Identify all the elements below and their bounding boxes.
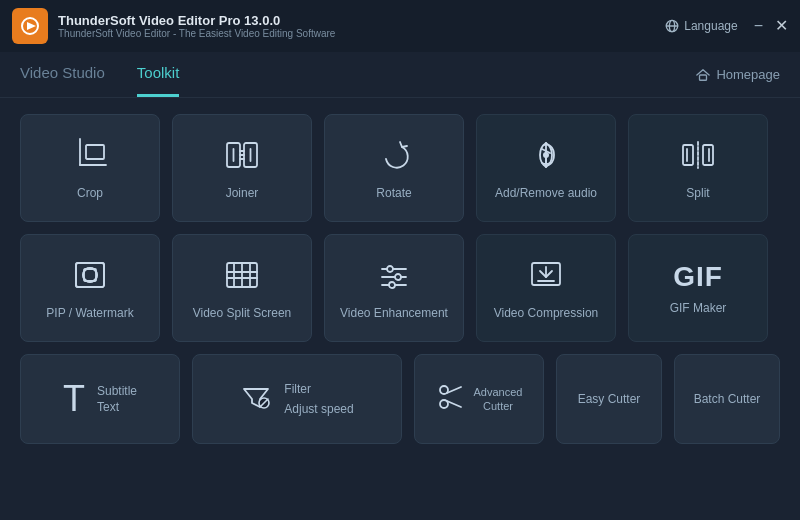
svg-rect-25 <box>76 263 104 287</box>
app-logo <box>12 8 48 44</box>
split-label: Split <box>686 186 709 200</box>
app-subtitle: ThunderSoft Video Editor - The Easiest V… <box>58 28 335 39</box>
rotate-label: Rotate <box>376 186 411 200</box>
tool-video-enhancement[interactable]: Video Enhancement <box>324 234 464 342</box>
split-icon <box>680 137 716 178</box>
add-remove-audio-label: Add/Remove audio <box>495 186 597 200</box>
main-content: Crop Joiner <box>0 98 800 460</box>
minimize-button[interactable]: − <box>754 18 763 34</box>
homepage-button[interactable]: Homepage <box>696 67 780 82</box>
svg-line-49 <box>447 387 461 393</box>
tool-filter-adjust[interactable]: Filter Adjust speed <box>192 354 402 444</box>
app-title: ThunderSoft Video Editor Pro 13.0.0 <box>58 13 335 28</box>
title-bar-right: Language − ✕ <box>665 18 788 34</box>
svg-rect-5 <box>700 75 707 80</box>
tool-gif-maker[interactable]: GIF GIF Maker <box>628 234 768 342</box>
svg-rect-20 <box>683 145 693 165</box>
svg-rect-21 <box>703 145 713 165</box>
crop-label: Crop <box>77 186 103 200</box>
pip-icon <box>72 257 108 298</box>
advanced-cutter-label2: Cutter <box>483 400 513 412</box>
tool-crop[interactable]: Crop <box>20 114 160 222</box>
svg-point-28 <box>83 268 97 282</box>
easy-cutter-label: Easy Cutter <box>578 391 641 408</box>
nav-bar: Video Studio Toolkit Homepage <box>0 52 800 98</box>
text-label: Text <box>97 400 137 414</box>
svg-point-37 <box>387 266 393 272</box>
svg-point-39 <box>395 274 401 280</box>
pip-label: PIP / Watermark <box>46 306 133 320</box>
homepage-label: Homepage <box>716 67 780 82</box>
title-bar-left: ThunderSoft Video Editor Pro 13.0.0 Thun… <box>12 8 335 44</box>
enhancement-label: Video Enhancement <box>340 306 448 320</box>
gif-label: GIF Maker <box>670 301 727 315</box>
rotate-icon <box>376 137 412 178</box>
svg-line-50 <box>447 401 461 407</box>
subtitle-icon: T <box>63 378 85 420</box>
window-controls: − ✕ <box>754 18 788 34</box>
advanced-cutter-icon <box>436 382 466 416</box>
tool-batch-cutter[interactable]: Batch Cutter <box>674 354 780 444</box>
svg-marker-1 <box>27 22 36 30</box>
tool-joiner[interactable]: Joiner <box>172 114 312 222</box>
tab-toolkit[interactable]: Toolkit <box>137 52 180 97</box>
tool-row-2: PIP / Watermark Video Split Screen <box>20 234 780 342</box>
enhancement-icon <box>376 257 412 298</box>
svg-rect-8 <box>86 145 104 159</box>
compression-icon <box>528 257 564 298</box>
svg-rect-26 <box>76 263 104 287</box>
tool-video-compression[interactable]: Video Compression <box>476 234 616 342</box>
language-button[interactable]: Language <box>665 19 737 33</box>
compression-label: Video Compression <box>494 306 599 320</box>
audio-icon <box>528 137 564 178</box>
tool-row-3: T Subtitle Text Filter Adjust speed <box>20 354 780 444</box>
crop-icon <box>72 137 108 178</box>
title-bar: ThunderSoft Video Editor Pro 13.0.0 Thun… <box>0 0 800 52</box>
joiner-icon <box>224 137 260 178</box>
filter-label: Filter <box>284 382 353 396</box>
split-screen-label: Video Split Screen <box>193 306 292 320</box>
tool-split[interactable]: Split <box>628 114 768 222</box>
tool-pip-watermark[interactable]: PIP / Watermark <box>20 234 160 342</box>
app-title-block: ThunderSoft Video Editor Pro 13.0.0 Thun… <box>58 13 335 39</box>
split-screen-icon <box>224 257 260 298</box>
tool-video-split-screen[interactable]: Video Split Screen <box>172 234 312 342</box>
nav-tabs: Video Studio Toolkit <box>20 52 179 97</box>
tool-row-1: Crop Joiner <box>20 114 780 222</box>
adjust-speed-label: Adjust speed <box>284 402 353 416</box>
subtitle-label: Subtitle <box>97 384 137 398</box>
advanced-cutter-label1: Advanced <box>474 386 523 398</box>
joiner-label: Joiner <box>226 186 259 200</box>
tool-add-remove-audio[interactable]: Add/Remove audio <box>476 114 616 222</box>
tool-rotate[interactable]: Rotate <box>324 114 464 222</box>
svg-point-41 <box>389 282 395 288</box>
tool-subtitle-text[interactable]: T Subtitle Text <box>20 354 180 444</box>
svg-rect-29 <box>84 269 96 281</box>
gif-icon: GIF <box>673 261 723 293</box>
filter-icon <box>240 381 272 417</box>
language-label: Language <box>684 19 737 33</box>
batch-cutter-label: Batch Cutter <box>694 391 761 408</box>
tool-advanced-cutter[interactable]: Advanced Cutter <box>414 354 544 444</box>
tool-easy-cutter[interactable]: Easy Cutter <box>556 354 662 444</box>
tab-video-studio[interactable]: Video Studio <box>20 52 105 97</box>
close-button[interactable]: ✕ <box>775 18 788 34</box>
